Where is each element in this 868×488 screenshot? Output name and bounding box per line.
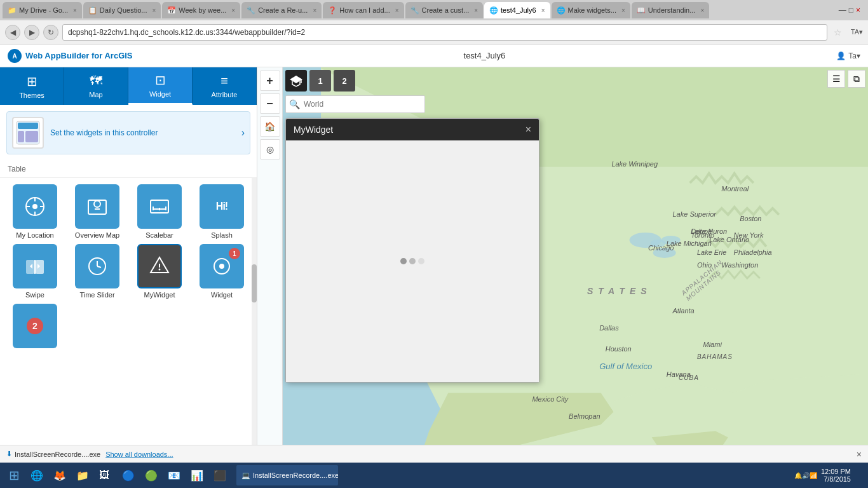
header-controller[interactable]: Set the widgets in this controller › xyxy=(6,111,250,154)
tab-how-can[interactable]: ❓How can I add...× xyxy=(323,2,403,18)
widget-my-location[interactable]: My Location xyxy=(6,184,64,239)
close-btn[interactable]: × xyxy=(856,6,860,15)
taskbar-right: 🔔🔊📶 12:09 PM 7/8/2015 xyxy=(789,468,865,483)
widget-icon: ⊡ xyxy=(155,72,166,88)
scalebar-label: Scalebar xyxy=(146,231,173,239)
tab-create-re[interactable]: 🔧Create a Re-u...× xyxy=(241,2,322,18)
mywidget-label: MyWidget xyxy=(144,291,175,299)
header-controller-text: Set the widgets in this controller xyxy=(50,128,235,137)
sidebar-scrollbar-thumb[interactable] xyxy=(252,264,257,302)
tab-test4-july6[interactable]: 🌐test4_July6× xyxy=(484,2,550,18)
show-all-downloads-link[interactable]: Show all downloads... xyxy=(105,451,173,458)
zoom-out-btn[interactable]: − xyxy=(260,93,280,114)
taskbar-firefox-icon[interactable]: 🦊 xyxy=(51,465,71,485)
tab-make-widgets[interactable]: 🌐Make widgets...× xyxy=(552,2,630,18)
app-logo: A Web AppBuilder for ArcGIS xyxy=(8,49,133,63)
map-area: + − 🏠 ◎ 1 2 🔍 MyWidget × xyxy=(257,67,868,488)
back-btn[interactable]: ◀ xyxy=(5,25,20,40)
tab-attribute-label: Attribute xyxy=(212,91,238,98)
taskbar-ie-icon[interactable]: 🌐 xyxy=(28,465,48,485)
layers-btn[interactable]: ⧉ xyxy=(848,70,865,88)
attribute-icon: ≡ xyxy=(220,74,228,88)
tab-my-drive[interactable]: 📁My Drive - Go...× xyxy=(3,2,82,18)
minimize-btn[interactable]: — xyxy=(839,6,846,15)
download-bar-close[interactable]: × xyxy=(857,449,862,459)
locate-btn[interactable]: ◎ xyxy=(260,139,280,159)
download-icon: ⬇ xyxy=(6,450,12,458)
tab-widget[interactable]: ⊡ Widget xyxy=(128,67,193,105)
home-btn[interactable]: 🏠 xyxy=(260,116,280,137)
map-widget-graduation[interactable] xyxy=(285,70,307,92)
tab-themes[interactable]: ⊞ Themes xyxy=(0,67,64,105)
bookmark-star[interactable]: ☆ xyxy=(834,27,842,37)
notification-icons: 🔔🔊📶 xyxy=(794,472,817,479)
taskbar-excel-icon[interactable]: 📊 xyxy=(188,465,208,485)
launch-badge-number: 2 xyxy=(27,318,43,334)
app-user-menu[interactable]: 👤 Ta▾ xyxy=(836,51,860,60)
tab-themes-label: Themes xyxy=(19,92,44,99)
taskbar-image-icon[interactable]: 🖼 xyxy=(97,465,117,485)
svg-point-13 xyxy=(94,201,100,207)
arcgis-logo-icon: A xyxy=(8,49,22,63)
svg-point-35 xyxy=(653,248,676,258)
download-filename: InstallScreenRecorde....exe xyxy=(15,451,100,458)
splash-icon-box: Hi! xyxy=(200,184,244,229)
browser-top-right: TA▾ xyxy=(851,28,863,36)
widget-overview-map[interactable]: Overview Map xyxy=(69,184,126,239)
clock-date: 7/8/2015 xyxy=(821,475,851,483)
taskbar-green-icon[interactable]: 🟢 xyxy=(142,465,163,485)
tab-map[interactable]: 🗺 Map xyxy=(64,67,128,105)
tab-attribute[interactable]: ≡ Attribute xyxy=(193,67,257,105)
app-title-text: test4_July6 xyxy=(464,51,506,60)
taskbar-cmd-icon[interactable]: ⬛ xyxy=(211,465,231,485)
app-header: A Web AppBuilder for ArcGIS test4_July6 … xyxy=(0,44,868,67)
widget-section-label: Table xyxy=(0,161,257,178)
excel-icon: 📊 xyxy=(191,470,203,482)
taskbar-chrome-icon[interactable]: 🔵 xyxy=(119,465,140,485)
svg-rect-5 xyxy=(25,131,38,142)
refresh-btn[interactable]: ↻ xyxy=(43,25,58,40)
installer-label: InstallScreenRecorde....exe xyxy=(253,471,338,479)
forward-btn[interactable]: ▶ xyxy=(24,25,39,40)
start-button[interactable]: ⊞ xyxy=(3,464,25,487)
header-controller-icon xyxy=(12,117,44,149)
widget-swipe[interactable]: Swipe xyxy=(6,244,64,299)
taskbar-folder-icon[interactable]: 📁 xyxy=(74,465,94,485)
firefox-icon: 🦊 xyxy=(53,470,66,482)
widget-mywidget[interactable]: MyWidget xyxy=(131,244,188,299)
search-input[interactable] xyxy=(285,95,425,113)
tab-daily[interactable]: 📋Daily Questio...× xyxy=(83,2,161,18)
widget-splash[interactable]: Hi! Splash xyxy=(193,184,250,239)
list-view-btn[interactable]: ☰ xyxy=(827,70,845,88)
tab-week[interactable]: 📅Week by wee...× xyxy=(162,2,240,18)
popup-header: MyWidget × xyxy=(286,119,539,140)
widget-launch-badge[interactable]: 2 xyxy=(6,304,64,351)
user-icon: 👤 xyxy=(836,51,846,60)
tab-understanding[interactable]: 📖Understandin...× xyxy=(632,2,709,18)
svg-marker-38 xyxy=(290,76,302,83)
map-widget-num2[interactable]: 2 xyxy=(334,70,355,92)
widget-time-slider[interactable]: Time Slider xyxy=(69,244,126,299)
popup-close-btn[interactable]: × xyxy=(526,124,531,135)
cmd-icon: ⬛ xyxy=(214,470,226,482)
taskbar-installer-item[interactable]: 💻 InstallScreenRecorde....exe xyxy=(236,465,338,485)
sidebar-tabs: ⊞ Themes 🗺 Map ⊡ Widget ≡ Attribute xyxy=(0,67,257,105)
tab-create-cust[interactable]: 🔧Create a cust...× xyxy=(405,2,483,18)
maximize-btn[interactable]: □ xyxy=(849,6,853,15)
taskbar-outlook-icon[interactable]: 📧 xyxy=(165,465,186,485)
widget-widget[interactable]: 1 Widget xyxy=(193,244,250,299)
sidebar: ⊞ Themes 🗺 Map ⊡ Widget ≡ Attribute xyxy=(0,67,257,488)
map-widget-num1[interactable]: 1 xyxy=(309,70,331,92)
widget-scalebar[interactable]: Scalebar xyxy=(131,184,188,239)
tab-widget-label: Widget xyxy=(149,90,171,98)
url-bar[interactable] xyxy=(62,24,827,41)
user-label: Ta▾ xyxy=(848,51,860,60)
time-slider-label: Time Slider xyxy=(79,291,114,299)
image-icon: 🖼 xyxy=(99,470,109,481)
search-icon: 🔍 xyxy=(289,99,300,109)
outlook-icon: 📧 xyxy=(168,470,180,482)
browser-chrome: 📁My Drive - Go...× 📋Daily Questio...× 📅W… xyxy=(0,0,868,44)
chrome-icon: 🔵 xyxy=(122,470,135,482)
sidebar-scrollbar-track[interactable] xyxy=(252,178,257,465)
zoom-in-btn[interactable]: + xyxy=(260,71,280,91)
